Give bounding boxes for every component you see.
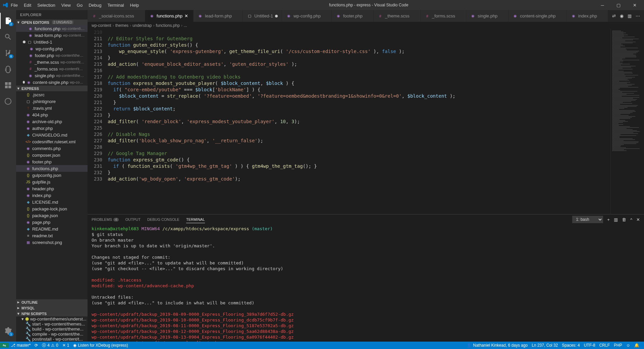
menu-help[interactable]: Help (127, 1, 142, 9)
file-item[interactable]: ◆CHANGELOG.md (16, 132, 88, 138)
file-item[interactable]: ◉functions.php (16, 165, 88, 172)
code-line[interactable]: } (108, 99, 610, 106)
notifications-icon[interactable]: 🔔 (632, 343, 641, 348)
sync-icon[interactable]: ⟳ (33, 343, 40, 348)
file-item[interactable]: ▦screenshot.png (16, 239, 88, 246)
npm-package[interactable]: ▾ ⬢ wp-content\themes\underst... (16, 316, 88, 321)
file-item[interactable]: ≡readme.txt (16, 232, 88, 239)
code-line[interactable]: add_action('wp_body_open', 'express_gtm_… (108, 176, 610, 182)
eol[interactable]: CRLF (597, 343, 612, 348)
feedback-icon[interactable]: ☺ (624, 343, 632, 348)
terminal-select[interactable]: 1: bash (572, 216, 603, 223)
npm-script-item[interactable]: 🔧 build - wp-content/theme... (16, 327, 88, 332)
editor-tab[interactable]: ◉content-single.php✕ (508, 10, 567, 22)
code-line[interactable]: function guten_editor_styles() { (108, 42, 610, 48)
close-icon[interactable]: ✕ (184, 13, 189, 18)
tab-output[interactable]: OUTPUT (125, 216, 141, 223)
encoding[interactable]: UTF-8 (582, 343, 597, 348)
xdebug-status[interactable]: ◉ Listen for XDebug (express) (71, 343, 130, 348)
file-item[interactable]: ◉header.php (16, 185, 88, 192)
search-icon[interactable] (0, 29, 16, 45)
code-line[interactable] (108, 67, 610, 74)
npm-script-item[interactable]: 🔧 start - wp-content/themes... (16, 321, 88, 327)
editor-tab[interactable]: #_social-icons.scss✕ (88, 10, 145, 22)
mysql-header[interactable]: ▸ MYSQL (16, 305, 88, 311)
code-line[interactable]: if( "core-embed/youtube" === $block['blo… (108, 87, 610, 93)
editor-tab[interactable]: ◉wp-config.php✕ (282, 10, 332, 22)
breadcrumb-item[interactable]: themes (115, 23, 128, 28)
file-item[interactable]: ◉archive-old.php (16, 118, 88, 125)
npm-header[interactable]: ▾ NPM SCRIPTS (16, 311, 88, 316)
tab-terminal[interactable]: TERMINAL (186, 216, 205, 223)
editor-tab[interactable]: ◉lead-form.php✕ (194, 10, 243, 22)
git-branch[interactable]: ⎇ master* (9, 343, 33, 348)
editor-tab[interactable]: ◉single.php✕ (466, 10, 508, 22)
editor-tab[interactable]: #_forms.scss✕ (421, 10, 466, 22)
indentation[interactable]: Spaces: 4 (560, 343, 582, 348)
npm-script-item[interactable]: 🔧 compile - wp-content/the... (16, 332, 88, 337)
file-item[interactable]: {}package-lock.json (16, 205, 88, 212)
code-line[interactable]: } (108, 169, 610, 176)
open-editor-item[interactable]: ✕◉footer.phpwp-content\themes\... (16, 52, 88, 59)
file-item[interactable]: {}gulpconfig.json (16, 172, 88, 179)
settings-icon[interactable]: 1 (0, 323, 16, 339)
code-line[interactable]: // Add modestbranding to Gutenberg video… (108, 74, 610, 80)
maximize-panel-icon[interactable]: ^ (630, 217, 632, 222)
code-line[interactable]: // Disable Nags (108, 131, 610, 138)
file-item[interactable]: ◆LICENSE.md (16, 199, 88, 205)
open-editor-item[interactable]: ✕#_forms.scsswp-content\themes\... (16, 65, 88, 72)
info-status[interactable]: ✕ 1 (60, 343, 71, 348)
file-item[interactable]: {}.jscsrc (16, 91, 88, 98)
menu-terminal[interactable]: Terminal (105, 1, 126, 9)
file-item[interactable]: ◉404.php (16, 111, 88, 118)
editor-tab[interactable]: ◉index.php✕ (567, 10, 608, 22)
code-line[interactable] (108, 125, 610, 131)
new-terminal-icon[interactable]: + (607, 217, 610, 222)
breadcrumb-item[interactable]: understrap (132, 23, 152, 28)
debug-icon[interactable] (0, 61, 16, 77)
code-line[interactable]: function express_gtm_code() { (108, 157, 610, 163)
menu-file[interactable]: File (8, 1, 20, 9)
open-editor-item[interactable]: ✕#_theme.scsswp-content\themes... (16, 59, 88, 65)
open-editor-item[interactable]: ✕◉wp-config.php (16, 45, 88, 52)
code-line[interactable]: add_filter( 'render_block', 'express_mod… (108, 118, 610, 125)
menu-view[interactable]: View (59, 1, 73, 9)
remote-icon[interactable] (0, 93, 16, 109)
code-line[interactable]: // Google Tag Manager (108, 150, 610, 157)
file-item[interactable]: ◉author.php (16, 125, 88, 132)
outline-header[interactable]: ▸ OUTLINE (16, 299, 88, 305)
code-line[interactable]: $block_content = str_replace( '?feature=… (108, 93, 610, 99)
breadcrumb-item[interactable]: wp-content (92, 23, 111, 28)
code-line[interactable]: if ( function_exists( 'gtm4wp_the_gtm_ta… (108, 163, 610, 169)
code-line[interactable]: // Editor Styles for Gutenberg (108, 36, 610, 42)
problems-status[interactable]: ⓧ 4 ⚠ 0 (40, 343, 60, 348)
code-editor[interactable]: 2102112122132142152162172182192202212222… (88, 29, 644, 214)
breadcrumb[interactable]: wp-content›themes›understrap›functions.p… (88, 22, 644, 29)
file-item[interactable]: ◆README.md (16, 226, 88, 232)
code-line[interactable]: } (108, 112, 610, 118)
close-button[interactable]: ✕ (628, 0, 641, 10)
file-item[interactable]: ◉comments.php (16, 145, 88, 152)
open-editor-item[interactable]: ◉content-single.phpwp-content... (16, 79, 88, 86)
open-editor-item[interactable]: ✕◉single.phpwp-content\themes\... (16, 72, 88, 79)
file-item[interactable]: ◉index.php (16, 192, 88, 199)
project-header[interactable]: ▾ EXPRESS (16, 86, 88, 91)
close-panel-icon[interactable]: ✕ (636, 217, 640, 222)
terminal[interactable]: kinkena@aztehpl683 MINGW64 /c/xampp/htdo… (88, 225, 644, 342)
language-mode[interactable]: PHP (612, 343, 624, 348)
file-item[interactable]: ▢.jshintignore (16, 98, 88, 105)
split-icon[interactable]: ▥ (628, 13, 632, 18)
menu-go[interactable]: Go (74, 1, 85, 9)
code-line[interactable]: return $block_content; (108, 106, 610, 112)
file-item[interactable]: </>codesniffer.ruleset.xml (16, 138, 88, 145)
editor-tab[interactable]: ◉footer.php✕ (332, 10, 374, 22)
open-editors-header[interactable]: ▾ OPEN EDITORS 2 UNSAVED (16, 19, 88, 25)
minimize-button[interactable]: ─ (596, 0, 609, 10)
split-terminal-icon[interactable]: ▥ (614, 217, 618, 222)
source-control-icon[interactable]: 8 (0, 45, 16, 61)
git-blame[interactable]: 👤 Nathaniel Kinkead, 6 days ago (465, 343, 530, 348)
tab-problems[interactable]: PROBLEMS4 (92, 216, 119, 223)
file-item[interactable]: !.travis.yml (16, 105, 88, 111)
maximize-button[interactable]: ▢ (612, 0, 625, 10)
file-item[interactable]: ◉footer.php (16, 158, 88, 165)
